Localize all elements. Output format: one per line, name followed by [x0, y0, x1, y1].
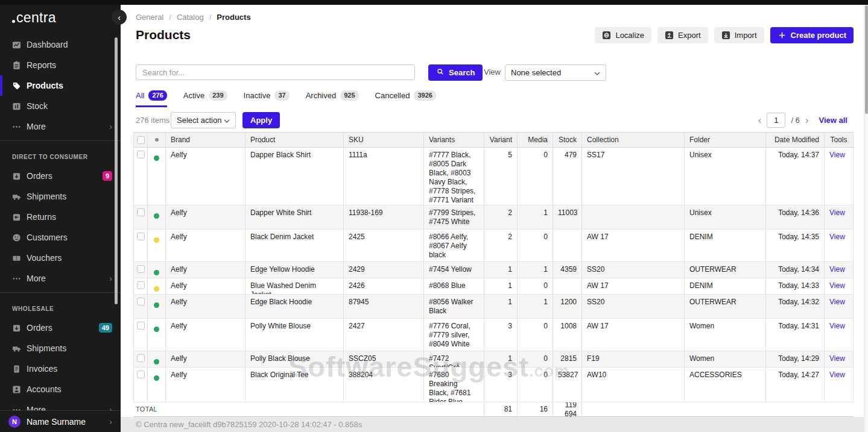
view-link[interactable]: View [829, 371, 845, 379]
breadcrumb-item-catalog[interactable]: Catalog [177, 13, 204, 22]
cell-media: 0 [518, 148, 553, 205]
view-link[interactable]: View [829, 322, 845, 330]
sidebar-item-shipments[interactable]: Shipments [0, 186, 121, 207]
tab-cancelled[interactable]: Cancelled3926 [375, 90, 436, 107]
view-link[interactable]: View [829, 208, 845, 217]
cell-date-modified: Today, 14:32 [766, 295, 825, 318]
table-row: AelfyDapper White Shirt11938-169#7799 St… [133, 205, 854, 230]
view-link[interactable]: View [829, 233, 845, 241]
search-input[interactable] [136, 64, 415, 80]
sidebar-item-orders[interactable]: Orders9 [0, 166, 121, 186]
sidebar-collapse-button[interactable]: ‹ [112, 10, 127, 25]
sidebar-item-dashboard[interactable]: Dashboard [0, 34, 121, 55]
next-page-icon[interactable]: › [805, 115, 809, 125]
sidebar-item-accounts[interactable]: Accounts [0, 379, 121, 399]
sidebar-item-returns[interactable]: Returns [0, 207, 121, 227]
localize-button[interactable]: Localize [595, 27, 651, 43]
page-count: / 6 [791, 116, 799, 125]
page-scrollbar-thumb[interactable] [865, 5, 868, 114]
total-label: TOTAL [133, 402, 484, 416]
cell-folder: DENIM [685, 278, 766, 294]
cell-stock: 2815 [553, 351, 582, 367]
cell-variants: #7454 Yellow [424, 262, 484, 278]
row-checkbox[interactable] [137, 298, 145, 305]
export-button[interactable]: Export [657, 27, 708, 43]
cell-media: 0 [518, 319, 553, 351]
tab-archived[interactable]: Archived925 [306, 90, 359, 107]
cell-select [133, 319, 148, 351]
view-link[interactable]: View [829, 281, 845, 290]
view-label: View [484, 67, 501, 77]
breadcrumb-separator: / [209, 13, 212, 22]
bulk-action-select[interactable]: Select action [171, 112, 236, 128]
tab-all[interactable]: All276 [136, 90, 167, 107]
sidebar-item-vouchers[interactable]: Vouchers [0, 248, 121, 268]
cell-variant: 2 [484, 205, 518, 229]
cell-date-modified: Today, 14:29 [766, 351, 825, 367]
sidebar-item-stock[interactable]: Stock [0, 96, 121, 116]
tab-active[interactable]: Active239 [183, 90, 227, 107]
cell-folder: OUTERWEAR [685, 262, 766, 278]
cell-folder: Unisex [685, 148, 766, 205]
cell-product: Edge Yellow Hoodie [246, 262, 344, 278]
cell-variants: #8056 Walker Black [424, 295, 484, 318]
sidebar-item-label: Stock [27, 101, 48, 111]
cell-select [133, 351, 148, 367]
row-checkbox[interactable] [137, 265, 145, 273]
customers-icon [12, 233, 21, 242]
sidebar-scrollbar[interactable] [115, 37, 118, 304]
sidebar-item-orders[interactable]: Orders49 [0, 318, 121, 338]
sidebar-nav: DashboardReportsProductsStockMore›DIRECT… [0, 34, 121, 420]
sidebar-item-customers[interactable]: Customers [0, 227, 121, 248]
user-menu[interactable]: N Name Surname › [0, 410, 121, 432]
view-all-link[interactable]: View all [819, 116, 847, 125]
view-select[interactable]: None selected [505, 64, 606, 81]
sidebar-item-reports[interactable]: Reports [0, 55, 121, 75]
sidebar-item-label: Reports [27, 60, 56, 70]
cell-product: Polly Black Blouse [246, 351, 344, 367]
view-link[interactable]: View [829, 151, 845, 159]
row-checkbox[interactable] [137, 233, 145, 240]
apply-button[interactable]: Apply [242, 112, 280, 128]
prev-page-icon[interactable]: ‹ [758, 115, 762, 125]
sidebar-item-shipments[interactable]: Shipments [0, 338, 121, 358]
import-button[interactable]: Import [714, 27, 764, 43]
cell-media: 0 [518, 351, 553, 367]
create-product-button[interactable]: Create product [770, 27, 854, 43]
button-label: Localize [615, 31, 644, 40]
view-link[interactable]: View [829, 265, 845, 274]
cell-sku: 11938-169 [344, 205, 424, 229]
export-icon [665, 31, 674, 40]
table-row: AelfyBlack Denim Jacket2425#8066 Aelfy, … [133, 230, 854, 262]
sidebar-item-products[interactable]: Products [0, 75, 121, 96]
row-checkbox[interactable] [137, 354, 145, 362]
cell-folder: Unisex [685, 205, 766, 229]
view-link[interactable]: View [829, 354, 845, 363]
sidebar-item-invoices[interactable]: Invoices [0, 358, 121, 379]
cell-folder: OUTERWEAR [685, 295, 766, 318]
cell-select [133, 295, 148, 318]
col-header-date-modified: Date Modified [766, 133, 825, 147]
sidebar-item-label: Invoices [27, 364, 57, 374]
page-input[interactable] [767, 113, 785, 128]
row-checkbox[interactable] [137, 151, 145, 158]
tab-inactive[interactable]: Inactive37 [244, 90, 290, 107]
cell-date-modified: Today, 14:31 [766, 319, 825, 351]
cell-media: 0 [518, 368, 553, 402]
row-checkbox[interactable] [137, 322, 145, 330]
select-all-checkbox[interactable] [137, 136, 145, 144]
view-link[interactable]: View [829, 298, 845, 306]
chevron-left-icon: ‹ [118, 13, 121, 22]
sidebar-item-more[interactable]: More› [0, 268, 121, 289]
sidebar-item-more[interactable]: More› [0, 116, 121, 137]
cell-media: 0 [518, 230, 553, 261]
cell-media: 1 [518, 295, 553, 318]
row-checkbox[interactable] [137, 281, 145, 289]
cell-brand: Aelfy [166, 205, 246, 229]
table-row: AelfyBlack Original Tee388204#7680 Break… [133, 368, 854, 402]
row-checkbox[interactable] [137, 208, 145, 216]
cell-brand: Aelfy [166, 295, 246, 318]
search-button[interactable]: Search [428, 64, 483, 81]
breadcrumb-item-general[interactable]: General [136, 13, 163, 22]
row-checkbox[interactable] [137, 371, 145, 378]
